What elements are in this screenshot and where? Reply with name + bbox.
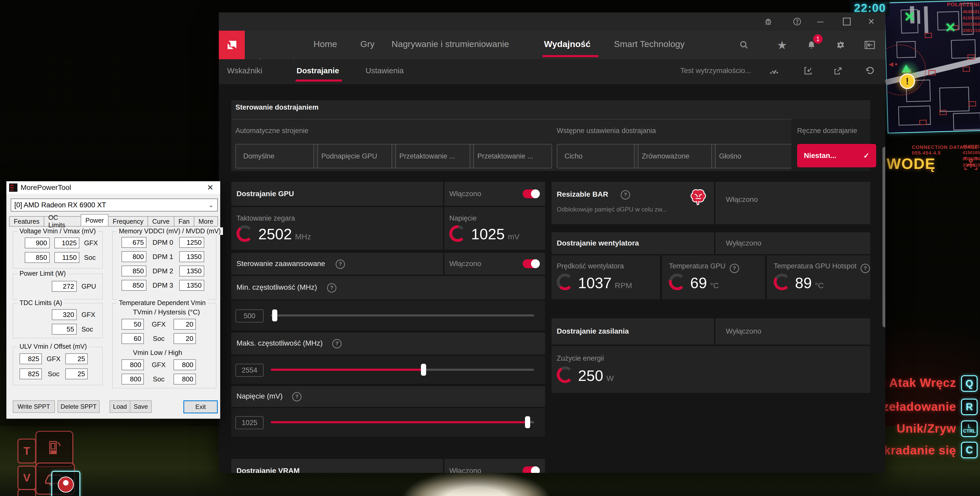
reset-icon[interactable] [860,62,878,80]
help-icon[interactable] [788,13,806,31]
vram-tuning-toggle[interactable] [523,466,540,473]
mpt-gpu-selected: [0] AMD Radeon RX 6900 XT [14,201,106,209]
mpt-gpu-select[interactable]: [0] AMD Radeon RX 6900 XT⌄ [11,198,218,211]
button-overclock-2[interactable]: Przetaktowanie ... [469,144,552,168]
button-loud[interactable]: Głośno [711,144,792,168]
button-quiet[interactable]: Cicho [557,144,638,168]
mpt-field[interactable]: 25 [65,368,88,379]
help-icon[interactable]: ? [332,339,342,349]
mpt-field[interactable]: 900 [25,238,50,249]
close-button[interactable]: ✕ [862,13,880,31]
voltage-label-row: Napięcie (mV) ? [231,386,545,407]
mpt-field[interactable]: 800 [121,359,144,370]
map-enemy-marker [920,120,927,125]
max-freq-slider[interactable] [271,369,534,371]
tab-dostrajanie[interactable]: Dostrajanie [297,59,339,82]
mpt-field[interactable]: 825 [19,368,42,379]
mpt-field[interactable]: 675 [121,237,146,248]
stress-test-label[interactable]: Test wytrzymałościo... [680,59,751,82]
settings-gear-icon[interactable] [832,36,850,54]
bug-report-icon[interactable] [759,13,777,31]
fan-speed-label: Prędkość wentylatora [557,262,624,270]
scrollbar-thumb[interactable] [883,147,885,327]
button-balanced[interactable]: Zrównoważone [634,144,716,168]
mpt-powerlimit-group: Power Limit (W) 272 GPU [13,274,103,300]
mpt-field[interactable]: 25 [65,353,88,364]
maximize-button[interactable] [838,13,856,31]
nav-item-home[interactable]: Home [313,31,337,57]
advanced-control-toggle[interactable] [523,259,540,268]
gpu-tuning-toggle[interactable] [523,189,540,198]
nav-item-performance[interactable]: Wydajność [544,31,590,57]
help-icon[interactable]: ? [292,392,302,401]
button-overclock-1[interactable]: Przetaktowanie ... [391,144,474,168]
amd-logo[interactable] [219,31,245,59]
min-freq-handle[interactable] [272,309,277,322]
mpt-field[interactable]: 800 [121,251,146,262]
button-undervolt-gpu[interactable]: Podnapięcie GPU [313,144,396,168]
voltage-slider[interactable] [271,421,534,423]
voltage-value[interactable]: 1025 [235,416,264,429]
power-tuning-state: Wyłączono [726,327,762,336]
mpt-field[interactable]: 850 [25,252,50,263]
tab-wskazniki[interactable]: Wskaźniki [227,59,262,82]
mpt-field[interactable]: 20 [173,333,196,344]
help-icon[interactable]: ? [621,190,630,200]
nav-item-smart-technology[interactable]: Smart Technology [614,31,685,57]
minimize-button[interactable]: ─ [811,13,829,31]
mpt-field[interactable]: 50 [121,319,144,330]
mpt-field[interactable]: 1150 [54,252,80,263]
mpt-field[interactable]: 800 [173,359,196,370]
mpt-voltage-group: Voltage Vmin / Vmax (mV) 900 1025 GFX 85… [13,231,103,269]
min-freq-value[interactable]: 500 [235,309,264,322]
mpt-tab-more[interactable]: More [194,216,218,226]
voltage-gauge-icon [449,225,466,242]
mpt-field[interactable]: 800 [121,374,144,385]
mpt-field[interactable]: 1250 [179,237,204,248]
mpt-field[interactable]: 1350 [179,280,204,291]
voltage-handle[interactable] [525,416,530,428]
nav-item-gry[interactable]: Gry [360,31,375,57]
mpt-tab-fan[interactable]: Fan [174,216,194,226]
mpt-tab-oclimits[interactable]: OC Limits [44,216,81,226]
min-freq-slider[interactable] [271,314,534,317]
max-freq-value[interactable]: 2554 [235,364,264,377]
exit-button[interactable]: Exit [183,400,218,414]
mpt-field[interactable]: 272 [52,281,77,292]
load-button[interactable]: Load [110,400,130,413]
mpt-field[interactable]: 850 [121,280,146,291]
import-profile-icon[interactable] [799,62,817,80]
button-default[interactable]: Domyślne [235,144,318,168]
write-sppt-button[interactable]: Write SPPT [13,400,55,413]
stress-test-gauge-icon[interactable] [765,62,783,80]
mpt-field[interactable]: 1025 [54,238,80,249]
mpt-tab-frequency[interactable]: Frequency [108,216,148,226]
save-button[interactable]: Save [130,400,152,413]
delete-sppt-button[interactable]: Delete SPPT [57,400,100,413]
mpt-field[interactable]: 60 [121,333,144,344]
search-icon[interactable] [735,36,753,54]
mpt-field[interactable]: 320 [52,309,77,320]
mpt-field[interactable]: 1350 [179,251,204,262]
mpt-close-button[interactable]: ✕ [202,181,218,193]
mpt-field[interactable]: 825 [19,353,42,364]
mpt-field[interactable]: 1350 [179,266,204,276]
mpt-tab-curve[interactable]: Curve [148,216,174,226]
help-icon[interactable]: ? [327,283,336,293]
favorites-star-icon[interactable]: ★ [773,36,791,54]
hotkey-partial [18,489,36,496]
tab-ustawienia[interactable]: Ustawienia [366,59,404,82]
mpt-titlebar[interactable]: MREPWRTOL MorePowerTool ✕ [6,181,220,194]
mpt-field[interactable]: 800 [173,374,196,385]
export-share-icon[interactable] [829,62,847,80]
mpt-field[interactable]: 55 [52,324,77,334]
mpt-tab-power[interactable]: Power [81,214,108,226]
mpt-field[interactable]: 850 [121,266,146,276]
max-freq-handle[interactable] [421,364,426,376]
nav-item-recording[interactable]: Nagrywanie i strumieniowanie [391,31,509,57]
mpt-tab-features[interactable]: Features [9,216,44,226]
dock-panel-icon[interactable] [861,36,879,54]
help-icon[interactable]: ? [336,260,345,269]
button-custom[interactable]: Niestan...✓ [797,144,876,167]
mpt-field[interactable]: 20 [173,319,196,330]
